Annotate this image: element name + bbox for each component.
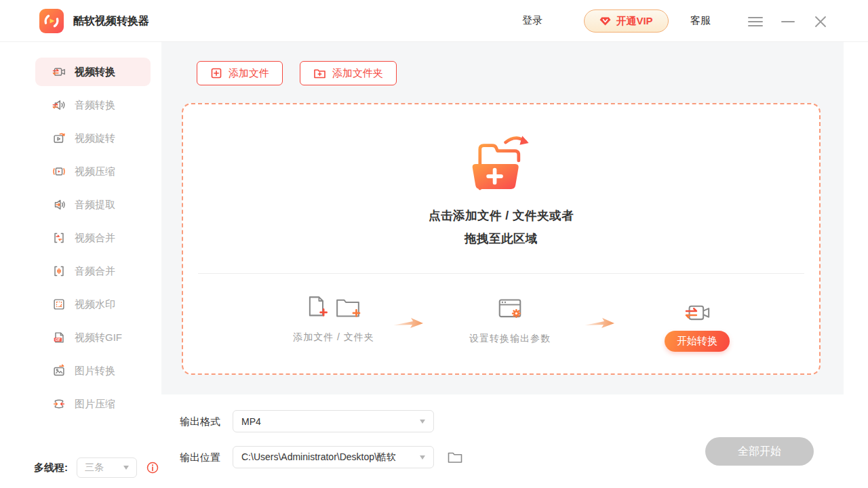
audio-convert-icon [52, 98, 66, 113]
chevron-down-icon [420, 420, 425, 424]
sidebar-item-video-rotate[interactable]: 视频旋转 [35, 124, 151, 152]
support-link[interactable]: 客服 [690, 14, 711, 27]
dropzone-hint-line2: 拖拽至此区域 [183, 230, 819, 247]
sidebar-item-image-compress[interactable]: 图片压缩 [35, 390, 151, 418]
app-logo-icon [39, 9, 64, 33]
steps-divider [198, 273, 804, 274]
video-convert-icon [52, 64, 66, 79]
sidebar-item-label: 视频旋转 [75, 132, 115, 145]
chevron-down-icon [420, 455, 425, 460]
add-file-button[interactable]: 添加文件 [197, 61, 283, 85]
sidebar-item-label: 视频水印 [75, 298, 115, 311]
sidebar-item-label: 视频压缩 [75, 165, 115, 178]
dropzone-hint-line1: 点击添加文件 / 文件夹或者 [183, 207, 819, 224]
thread-count-select[interactable]: 三条 [77, 458, 137, 478]
step1-label: 添加文件 / 文件夹 [266, 331, 401, 344]
output-location-label: 输出位置 [180, 451, 220, 464]
folder-plus-step-icon [334, 296, 361, 319]
output-format-value: MP4 [241, 416, 420, 427]
thread-info-icon[interactable] [146, 461, 159, 474]
output-location-select[interactable]: C:\Users\Administrator\Desktop\酷软 [233, 446, 434, 468]
step-arrow-icon [585, 317, 614, 329]
folder-icon [448, 451, 462, 464]
sidebar-item-video-watermark[interactable]: 视频水印 [35, 290, 151, 319]
vip-button-label: 开通VIP [616, 15, 652, 28]
image-convert-icon [52, 363, 66, 378]
sidebar: 视频转换 音频转换 视频旋转 [0, 42, 161, 488]
main-panel: 添加文件 添加文件夹 点击添加文件 / 文件夹或者 拖拽至此区域 [161, 42, 844, 394]
sidebar-item-label: 视频转GIF [75, 331, 122, 344]
file-drop-zone[interactable]: 点击添加文件 / 文件夹或者 拖拽至此区域 添加文件 / 文件夹 [182, 103, 821, 375]
minimize-icon[interactable] [780, 15, 796, 28]
sidebar-item-label: 音频转换 [75, 99, 115, 112]
svg-text:GIF: GIF [56, 338, 61, 342]
sidebar-item-label: 图片压缩 [75, 398, 115, 411]
gear-icon [513, 310, 520, 317]
settings-window-icon [497, 298, 523, 321]
step-arrow-icon [393, 317, 423, 329]
video-camera-icon [683, 302, 711, 324]
video-merge-icon [52, 230, 66, 245]
sidebar-nav: 视频转换 音频转换 视频旋转 [0, 42, 161, 418]
video-compress-icon [52, 164, 66, 179]
sidebar-item-audio-extract[interactable]: 音频提取 [35, 190, 151, 219]
folder-plus-icon [313, 68, 326, 79]
sidebar-item-video-convert[interactable]: 视频转换 [35, 58, 151, 86]
sidebar-item-label: 音频提取 [75, 199, 115, 211]
start-all-button[interactable]: 全部开始 [705, 437, 814, 466]
video-watermark-icon [52, 297, 66, 312]
video-to-gif-icon: GIF [52, 330, 66, 345]
login-link[interactable]: 登录 [522, 14, 542, 27]
audio-extract-icon [52, 197, 66, 212]
output-format-label: 输出格式 [180, 415, 220, 428]
step-set-params: 设置转换输出参数 [442, 296, 578, 345]
thread-count-value: 三条 [85, 462, 104, 474]
browse-folder-button[interactable] [446, 450, 464, 465]
vip-button[interactable]: 开通VIP [584, 9, 669, 33]
sidebar-item-video-to-gif[interactable]: GIF 视频转GIF [35, 323, 151, 352]
sidebar-item-audio-merge[interactable]: 音频合并 [35, 257, 151, 285]
add-folder-big-icon [466, 133, 536, 198]
step-add-files: 添加文件 / 文件夹 [266, 295, 401, 344]
title-bar: 酷软视频转换器 登录 开通VIP 客服 [0, 0, 868, 42]
thread-setting-row: 多线程: 三条 [34, 458, 159, 478]
chevron-down-icon [123, 466, 129, 470]
output-settings-panel: 输出格式 MP4 输出位置 C:\Users\Administrator\Des… [161, 394, 868, 488]
sidebar-item-label: 音频合并 [75, 265, 115, 278]
vip-gem-icon [599, 16, 611, 26]
output-location-value: C:\Users\Administrator\Desktop\酷软 [241, 451, 420, 464]
start-convert-button[interactable]: 开始转换 [665, 331, 730, 352]
sidebar-item-image-convert[interactable]: 图片转换 [35, 357, 151, 385]
close-icon[interactable] [812, 15, 829, 28]
audio-merge-icon [52, 264, 66, 279]
sidebar-item-video-merge[interactable]: 视频合并 [35, 224, 151, 252]
step2-label: 设置转换输出参数 [442, 333, 578, 345]
sidebar-item-video-compress[interactable]: 视频压缩 [35, 157, 151, 186]
app-title: 酷软视频转换器 [73, 14, 149, 28]
thread-label: 多线程: [34, 462, 68, 474]
sidebar-item-label: 图片转换 [75, 365, 115, 378]
add-folder-button[interactable]: 添加文件夹 [300, 61, 397, 85]
image-compress-icon [52, 396, 66, 411]
add-file-label: 添加文件 [229, 67, 269, 80]
step-start-convert: 开始转换 [629, 300, 765, 352]
video-rotate-icon [52, 131, 66, 146]
sidebar-item-label: 视频合并 [75, 232, 115, 245]
menu-icon[interactable] [747, 15, 764, 28]
add-folder-label: 添加文件夹 [332, 67, 383, 80]
file-plus-step-icon [306, 295, 328, 319]
output-format-select[interactable]: MP4 [233, 410, 434, 432]
file-plus-icon [210, 67, 222, 79]
sidebar-item-audio-convert[interactable]: 音频转换 [35, 91, 151, 119]
sidebar-item-label: 视频转换 [75, 66, 115, 79]
